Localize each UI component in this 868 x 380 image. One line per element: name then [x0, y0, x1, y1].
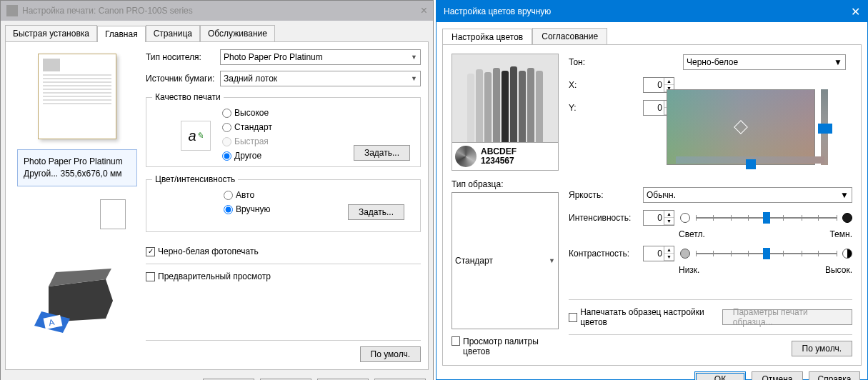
- tab-matching[interactable]: Согласование: [532, 28, 607, 44]
- chevron-down-icon: ▼: [411, 54, 417, 61]
- dark-icon: [842, 213, 852, 223]
- preview-info-line1: Photo Paper Pro Platinum: [24, 156, 131, 168]
- preview-info-box: Photo Paper Pro Platinum Другой... 355,6…: [17, 149, 137, 186]
- paper-preview: [38, 54, 116, 139]
- palette-checkbox-row[interactable]: Просмотр палитры цветов: [452, 336, 559, 356]
- contrast-left-label: Низк.: [679, 265, 699, 275]
- chevron-down-icon: ▼: [411, 75, 417, 82]
- paper-source-value: Задний лоток: [224, 74, 277, 84]
- quality-radio-high[interactable]: Высокое: [222, 108, 272, 118]
- quality-legend: Качество печати: [152, 92, 224, 102]
- contrast-label: Контрастность:: [569, 249, 637, 259]
- slider-thumb[interactable]: [763, 248, 770, 259]
- close-icon[interactable]: ✕: [851, 5, 860, 19]
- adjust-column: Тон: Черно-белое ▼ X: 0 ▲▼ Y: 0 ▲▼: [569, 54, 852, 356]
- slider-thumb[interactable]: [763, 212, 770, 224]
- printer-illustration: A: [27, 251, 127, 336]
- intensity-right-label: Темн.: [829, 229, 852, 239]
- color-wheel-icon: [455, 146, 477, 167]
- spinner-up-icon[interactable]: ▲: [664, 211, 674, 218]
- main-column: Тип носителя: Photo Paper Pro Platinum ▼…: [141, 49, 421, 362]
- tone-value: Черно-белое: [687, 57, 738, 67]
- tab-page[interactable]: Страница: [146, 25, 200, 41]
- quality-icon: a✎: [181, 121, 211, 151]
- media-type-dropdown[interactable]: Photo Paper Pro Platinum ▼: [220, 49, 421, 65]
- spinner-up-icon[interactable]: ▲: [664, 78, 674, 85]
- palette-checkbox-label: Просмотр палитры цветов: [463, 336, 559, 356]
- sample-num: 1234567: [481, 156, 517, 166]
- high-contrast-icon: [842, 249, 852, 259]
- print-sample-checkbox-row[interactable]: Напечатать образец настройки цветов: [569, 307, 722, 327]
- dialog-buttons: ОК Отмена Применить Справка: [1, 374, 433, 380]
- brightness-value: Обычн.: [647, 190, 676, 200]
- sample-column: ABCDEF 1234567 Тип образца: Стандарт ▼ П…: [452, 54, 559, 356]
- contrast-slider[interactable]: [680, 249, 852, 259]
- tab-main[interactable]: Главная: [97, 26, 146, 42]
- quality-radio-standard[interactable]: Стандарт: [222, 122, 272, 132]
- titlebar: Настройка печати: Canon PRO-100S series …: [1, 1, 433, 21]
- tabs: Быстрая установка Главная Страница Обслу…: [1, 21, 433, 41]
- low-contrast-icon: [680, 249, 690, 259]
- manual-color-dialog: Настройка цветов вручную ✕ Настройка цве…: [436, 0, 868, 380]
- contrast-right-label: Высок.: [825, 265, 852, 275]
- x-value: 0: [644, 80, 664, 90]
- preview-checkbox-label: Предварительный просмотр: [158, 271, 271, 281]
- spinner-up-icon[interactable]: ▲: [664, 246, 674, 254]
- intensity-spinner[interactable]: 0 ▲▼: [643, 210, 674, 226]
- help-button[interactable]: Справка: [809, 371, 860, 380]
- media-type-label: Тип носителя:: [146, 52, 220, 62]
- color-legend: Цвет/интенсивность: [152, 174, 238, 184]
- y-value: 0: [644, 103, 664, 113]
- tabs: Настройка цветов Согласование: [437, 22, 867, 44]
- brightness-dropdown[interactable]: Обычн. ▼: [643, 187, 852, 203]
- dialog-buttons: ОК Отмена Справка: [437, 366, 867, 380]
- chevron-down-icon: ▼: [549, 257, 555, 264]
- paper-source-dropdown[interactable]: Задний лоток ▼: [220, 71, 421, 86]
- tab-color-adjust[interactable]: Настройка цветов: [442, 29, 532, 45]
- intensity-label: Интенсивность:: [569, 213, 637, 223]
- intensity-value: 0: [644, 213, 664, 223]
- close-icon[interactable]: ×: [421, 4, 427, 17]
- color-field[interactable]: [667, 89, 815, 165]
- reticle-icon: [734, 120, 748, 134]
- color-radio-manual[interactable]: Вручную: [224, 204, 270, 214]
- tone-dropdown[interactable]: Черно-белое ▼: [683, 54, 846, 70]
- bw-checkbox-row[interactable]: ✓ Черно-белая фотопечать: [146, 246, 421, 256]
- tab-maintenance[interactable]: Обслуживание: [200, 25, 275, 41]
- tone-label: Тон:: [569, 57, 637, 67]
- preview-checkbox-row[interactable]: Предварительный просмотр: [146, 271, 421, 281]
- small-preview-box: [100, 199, 126, 229]
- defaults-button[interactable]: По умолч.: [792, 341, 852, 356]
- spinner-down-icon[interactable]: ▼: [664, 218, 674, 225]
- y-label: Y:: [569, 103, 637, 113]
- preview-column: Photo Paper Pro Platinum Другой... 355,6…: [13, 49, 141, 362]
- intensity-left-label: Светл.: [679, 229, 705, 239]
- vertical-thumb[interactable]: [818, 124, 832, 134]
- tab-quick-setup[interactable]: Быстрая установка: [5, 25, 97, 41]
- window-title: Настройка печати: Canon PRO-100S series: [22, 6, 193, 16]
- checkbox-unchecked-icon: [452, 336, 460, 346]
- spinner-down-icon[interactable]: ▼: [664, 254, 674, 261]
- quality-radio-other[interactable]: Другое: [222, 151, 272, 161]
- cancel-button[interactable]: Отмена: [752, 371, 803, 380]
- color-set-button[interactable]: Задать...: [348, 204, 404, 220]
- window-title: Настройка цветов вручную: [444, 6, 551, 16]
- checkbox-unchecked-icon: [569, 313, 577, 322]
- chevron-down-icon: ▼: [834, 57, 842, 67]
- contrast-value: 0: [644, 249, 664, 259]
- quality-set-button[interactable]: Задать...: [354, 145, 410, 161]
- x-label: X:: [569, 80, 637, 90]
- intensity-slider[interactable]: [680, 213, 852, 223]
- chevron-down-icon: ▼: [840, 190, 849, 200]
- ok-button[interactable]: ОК: [694, 371, 746, 380]
- print-sample-params-button: Параметры печати образца...: [722, 309, 852, 325]
- defaults-button[interactable]: По умолч.: [360, 346, 421, 362]
- quality-radio-fast: Быстрая: [222, 136, 272, 146]
- sample-preview: ABCDEF 1234567: [452, 54, 559, 171]
- contrast-spinner[interactable]: 0 ▲▼: [643, 246, 674, 261]
- app-icon: [6, 5, 18, 16]
- sample-type-dropdown[interactable]: Стандарт ▼: [452, 192, 559, 329]
- color-radio-auto[interactable]: Авто: [224, 190, 270, 200]
- preview-info-line2: Другой... 355,6x676,0 мм: [24, 168, 131, 180]
- horizontal-thumb[interactable]: [746, 159, 756, 169]
